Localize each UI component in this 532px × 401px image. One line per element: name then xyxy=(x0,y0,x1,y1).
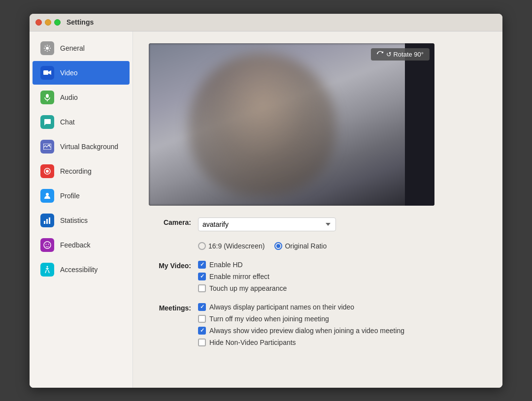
statistics-icon xyxy=(40,214,54,227)
audio-icon xyxy=(40,91,54,104)
ratio-row: 16:9 (Widescreen) Original Ratio xyxy=(149,238,487,254)
touch-up-checkbox xyxy=(198,284,206,292)
radio-widescreen-label: 16:9 (Widescreen) xyxy=(208,242,265,250)
preview-dark-panel xyxy=(405,43,434,206)
svg-point-14 xyxy=(47,266,48,267)
sidebar-label-general: General xyxy=(60,44,85,52)
enable-hd-checkbox xyxy=(198,261,206,269)
checkbox-hide-non-video[interactable]: Hide Non-Video Participants xyxy=(198,339,487,346)
svg-point-12 xyxy=(46,244,47,245)
show-preview-checkbox xyxy=(198,327,206,335)
rotate-btn-label: ↺ Rotate 90° xyxy=(386,51,424,58)
sidebar-label-chat: Chat xyxy=(60,118,75,126)
sidebar-label-virtual-background: Virtual Background xyxy=(60,143,118,151)
svg-point-2 xyxy=(46,94,49,98)
radio-original-label: Original Ratio xyxy=(285,242,327,250)
person-silhouette xyxy=(188,53,336,196)
titlebar: Settings xyxy=(30,14,502,31)
meetings-row: Meetings: Always display participant nam… xyxy=(149,303,487,350)
ratio-controls: 16:9 (Widescreen) Original Ratio xyxy=(198,242,487,250)
sidebar-item-accessibility[interactable]: Accessibility xyxy=(33,258,130,281)
ratio-label xyxy=(149,238,198,239)
checkbox-mirror[interactable]: Enable mirror effect xyxy=(198,273,487,280)
sidebar-item-statistics[interactable]: Statistics xyxy=(33,209,130,232)
camera-preview: ↺ Rotate 90° xyxy=(149,43,434,206)
chat-icon xyxy=(40,115,54,129)
mirror-checkbox xyxy=(198,273,206,280)
main-panel: ↺ Rotate 90° Camera: avatarify Default C… xyxy=(133,31,502,388)
meetings-label: Meetings: xyxy=(149,303,198,312)
turn-off-video-checkbox xyxy=(198,315,206,323)
turn-off-video-label: Turn off my video when joining meeting xyxy=(209,315,329,323)
meetings-controls: Always display participant names on thei… xyxy=(198,303,487,350)
sidebar-item-video[interactable]: Video xyxy=(33,61,130,85)
svg-rect-10 xyxy=(49,217,50,224)
show-preview-label: Always show video preview dialog when jo… xyxy=(209,327,404,335)
svg-point-6 xyxy=(46,170,49,173)
radio-original[interactable]: Original Ratio xyxy=(274,242,327,250)
sidebar: General Video Audio xyxy=(30,31,133,388)
display-names-checkbox xyxy=(198,303,206,311)
window-title: Settings xyxy=(66,18,94,26)
sidebar-label-statistics: Statistics xyxy=(60,216,88,224)
svg-rect-9 xyxy=(46,219,48,224)
hide-non-video-checkbox xyxy=(198,339,206,346)
radio-widescreen-circle xyxy=(198,242,206,250)
sidebar-label-recording: Recording xyxy=(60,167,92,175)
svg-rect-8 xyxy=(44,221,45,224)
sidebar-label-audio: Audio xyxy=(60,93,78,101)
svg-point-11 xyxy=(44,242,51,248)
general-icon xyxy=(40,41,54,55)
sidebar-item-virtual-background[interactable]: Virtual Background xyxy=(33,135,130,158)
radio-widescreen[interactable]: 16:9 (Widescreen) xyxy=(198,242,265,250)
svg-point-4 xyxy=(49,144,50,146)
sidebar-label-profile: Profile xyxy=(60,192,80,200)
checkbox-turn-off-video[interactable]: Turn off my video when joining meeting xyxy=(198,315,487,323)
mirror-label: Enable mirror effect xyxy=(209,273,269,280)
sidebar-item-recording[interactable]: Recording xyxy=(33,159,130,183)
video-icon xyxy=(40,66,54,80)
close-button[interactable] xyxy=(35,19,42,26)
svg-rect-1 xyxy=(43,70,48,75)
sidebar-label-accessibility: Accessibility xyxy=(60,266,98,274)
rotate-button[interactable]: ↺ Rotate 90° xyxy=(371,48,430,61)
hide-non-video-label: Hide Non-Video Participants xyxy=(209,339,296,346)
my-video-row: My Video: Enable HD Enable mirror effect… xyxy=(149,261,487,296)
sidebar-item-feedback[interactable]: Feedback xyxy=(33,233,130,257)
camera-controls: avatarify Default Camera FaceTime HD Cam… xyxy=(198,217,487,231)
sidebar-item-general[interactable]: General xyxy=(33,36,130,60)
settings-window: Settings General xyxy=(30,14,502,388)
checkbox-enable-hd[interactable]: Enable HD xyxy=(198,261,487,269)
camera-label: Camera: xyxy=(149,217,198,226)
content-area: General Video Audio xyxy=(30,31,502,388)
my-video-label: My Video: xyxy=(149,261,198,270)
my-video-controls: Enable HD Enable mirror effect Touch up … xyxy=(198,261,487,296)
profile-icon xyxy=(40,189,54,203)
virtual-background-icon xyxy=(40,140,54,154)
sidebar-item-chat[interactable]: Chat xyxy=(33,110,130,134)
sidebar-label-video: Video xyxy=(60,69,78,77)
svg-point-13 xyxy=(48,244,49,245)
svg-point-0 xyxy=(46,47,49,50)
minimize-button[interactable] xyxy=(45,19,51,26)
maximize-button[interactable] xyxy=(54,19,61,26)
camera-select[interactable]: avatarify Default Camera FaceTime HD Cam… xyxy=(198,217,336,231)
checkbox-display-names[interactable]: Always display participant names on thei… xyxy=(198,303,487,311)
touch-up-label: Touch up my appearance xyxy=(209,284,287,292)
traffic-lights xyxy=(35,19,61,26)
svg-point-7 xyxy=(46,193,49,196)
checkbox-touch-up[interactable]: Touch up my appearance xyxy=(198,284,487,292)
feedback-icon xyxy=(40,238,54,252)
recording-icon xyxy=(40,164,54,178)
sidebar-label-feedback: Feedback xyxy=(60,241,90,249)
accessibility-icon xyxy=(40,263,54,277)
camera-row: Camera: avatarify Default Camera FaceTim… xyxy=(149,217,487,231)
enable-hd-label: Enable HD xyxy=(209,261,243,269)
checkbox-show-preview[interactable]: Always show video preview dialog when jo… xyxy=(198,327,487,335)
sidebar-item-profile[interactable]: Profile xyxy=(33,184,130,208)
display-names-label: Always display participant names on thei… xyxy=(209,303,354,311)
radio-original-circle xyxy=(274,242,282,250)
sidebar-item-audio[interactable]: Audio xyxy=(33,86,130,109)
